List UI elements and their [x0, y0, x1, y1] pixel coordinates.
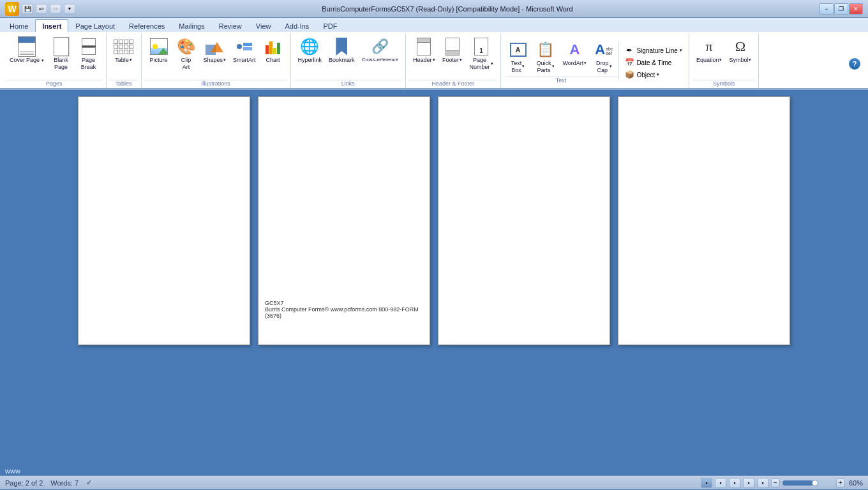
- quick-parts-icon: 📋: [535, 40, 556, 60]
- page2-line1: GC5X7: [265, 300, 430, 306]
- clip-art-icon: 🎨: [176, 36, 197, 57]
- table-icon: [114, 36, 134, 57]
- word-art-label: WordArt ▾: [563, 60, 587, 67]
- text-stack-buttons: ✒ Signature Line ▾ 📅 Date & Time 📦 Objec…: [618, 42, 685, 80]
- text-box-button[interactable]: A TextBox ▾: [505, 38, 532, 76]
- chart-label: Chart: [266, 57, 280, 64]
- date-time-button[interactable]: 📅 Date & Time: [622, 57, 685, 68]
- header-icon: [414, 36, 434, 57]
- table-button[interactable]: Table ▾: [110, 34, 137, 66]
- text-box-icon: A: [508, 40, 528, 60]
- ribbon-group-header-footer: Header ▾ Footer ▾ 1 Page Numb: [406, 33, 501, 88]
- symbol-icon: Ω: [730, 36, 751, 57]
- text-main-buttons: A TextBox ▾ 📋 QuickParts ▾ A: [505, 38, 618, 76]
- blank-page-label: BlankPage: [54, 57, 68, 71]
- drop-cap-button[interactable]: A abc def DropCap ▾: [590, 38, 617, 76]
- equation-icon: π: [699, 36, 719, 57]
- outline-btn[interactable]: ▪: [743, 478, 754, 488]
- customize-btn[interactable]: ▼: [64, 4, 75, 14]
- symbol-button[interactable]: Ω Symbol ▾: [726, 34, 754, 66]
- tab-page-layout[interactable]: Page Layout: [68, 19, 122, 32]
- pages-group-label: Pages: [6, 80, 102, 88]
- tab-review[interactable]: Review: [212, 19, 249, 32]
- pages-buttons: CoverPage ▾ BlankPage: [6, 34, 102, 78]
- object-arrow: ▾: [657, 72, 659, 77]
- tab-add-ins[interactable]: Add-Ins: [278, 19, 316, 32]
- tab-insert[interactable]: Insert: [35, 19, 68, 32]
- undo-btn[interactable]: ↩: [36, 4, 47, 14]
- footer-www: www: [5, 467, 20, 475]
- links-group-label: Links: [295, 80, 401, 88]
- date-time-icon: 📅: [624, 58, 634, 67]
- help-button[interactable]: ?: [849, 58, 860, 70]
- document-area: GC5X7 Burris Computer Forms® www.pcforms…: [0, 90, 868, 475]
- ribbon-group-pages: CoverPage ▾ BlankPage: [3, 33, 107, 88]
- chart-button[interactable]: Chart: [260, 34, 287, 66]
- ribbon-group-links: 🌐 Hyperlink Bookmark 🔗 Cross-refer: [291, 33, 406, 88]
- cover-page-button[interactable]: CoverPage ▾: [6, 34, 47, 66]
- spell-check-icon[interactable]: ✓: [86, 479, 92, 487]
- shapes-icon: [204, 36, 225, 57]
- page-number-button[interactable]: 1 Page Number ▾: [467, 34, 497, 73]
- footer-icon: [442, 36, 463, 57]
- header-footer-group-label: Header & Footer: [410, 80, 497, 88]
- full-reading-btn[interactable]: ▪: [715, 478, 726, 488]
- tab-home[interactable]: Home: [3, 19, 35, 32]
- zoom-track[interactable]: [782, 480, 834, 486]
- draft-btn[interactable]: ▪: [757, 478, 768, 488]
- word-art-button[interactable]: A WordArt ▾: [560, 38, 590, 69]
- header-label: Header ▾: [413, 57, 435, 64]
- hyperlink-button[interactable]: 🌐 Hyperlink: [295, 34, 326, 66]
- close-btn[interactable]: ✕: [849, 3, 863, 15]
- restore-btn[interactable]: ❐: [834, 3, 848, 15]
- page-break-icon: [79, 36, 99, 57]
- ribbon-content: CoverPage ▾ BlankPage: [0, 32, 868, 89]
- bookmark-button[interactable]: Bookmark: [326, 34, 358, 66]
- smart-art-button[interactable]: SmartArt: [230, 34, 259, 66]
- page-break-label: PageBreak: [81, 57, 96, 71]
- cross-reference-icon: 🔗: [370, 36, 390, 57]
- web-layout-btn[interactable]: ▪: [729, 478, 740, 488]
- header-button[interactable]: Header ▾: [410, 34, 438, 66]
- signature-line-button[interactable]: ✒ Signature Line ▾: [622, 45, 685, 56]
- symbols-buttons: π Equation ▾ Ω Symbol ▾: [693, 34, 755, 78]
- shapes-label: Shapes ▾: [204, 57, 227, 64]
- office-logo[interactable]: W: [5, 2, 19, 16]
- signature-line-icon: ✒: [624, 46, 634, 55]
- symbols-group-label: Symbols: [693, 80, 755, 88]
- zoom-thumb[interactable]: [812, 480, 818, 486]
- tab-view[interactable]: View: [249, 19, 278, 32]
- drop-cap-label: DropCap ▾: [596, 60, 612, 74]
- page-break-button[interactable]: PageBreak: [75, 34, 102, 73]
- zoom-out-btn[interactable]: −: [771, 479, 780, 487]
- picture-button[interactable]: Picture: [146, 34, 172, 66]
- shapes-button[interactable]: Shapes ▾: [200, 34, 230, 66]
- print-layout-btn[interactable]: ▪: [701, 478, 712, 488]
- cross-reference-button[interactable]: 🔗 Cross-reference: [359, 34, 401, 65]
- signature-line-arrow: ▾: [680, 48, 682, 53]
- zoom-in-btn[interactable]: +: [836, 479, 845, 487]
- footer-button[interactable]: Footer ▾: [439, 34, 466, 66]
- blank-page-button[interactable]: BlankPage: [48, 34, 75, 73]
- clip-art-button[interactable]: 🎨 ClipArt: [173, 34, 200, 73]
- quick-parts-button[interactable]: 📋 QuickParts ▾: [532, 38, 559, 76]
- save-quick-btn[interactable]: 💾: [22, 4, 33, 14]
- illustrations-buttons: Picture 🎨 ClipArt: [146, 34, 287, 78]
- title-controls: − ❐ ✕: [819, 3, 863, 15]
- equation-label: Equation ▾: [696, 57, 722, 64]
- page-number-icon: 1: [471, 36, 491, 57]
- equation-button[interactable]: π Equation ▾: [693, 34, 726, 66]
- zoom-level: 60%: [849, 479, 863, 487]
- tab-references[interactable]: References: [122, 19, 172, 32]
- hyperlink-label: Hyperlink: [298, 57, 322, 64]
- picture-icon: [149, 36, 169, 57]
- minimize-btn[interactable]: −: [819, 3, 834, 15]
- hyperlink-icon: 🌐: [299, 36, 320, 57]
- tables-group-label: Tables: [110, 80, 137, 88]
- object-button[interactable]: 📦 Object ▾: [622, 69, 685, 80]
- redo-btn[interactable]: ↪: [50, 4, 61, 14]
- ribbon: Home Insert Page Layout References Maili…: [0, 18, 868, 90]
- tab-pdf[interactable]: PDF: [316, 19, 344, 32]
- symbol-label: Symbol ▾: [729, 57, 751, 64]
- tab-mailings[interactable]: Mailings: [172, 19, 211, 32]
